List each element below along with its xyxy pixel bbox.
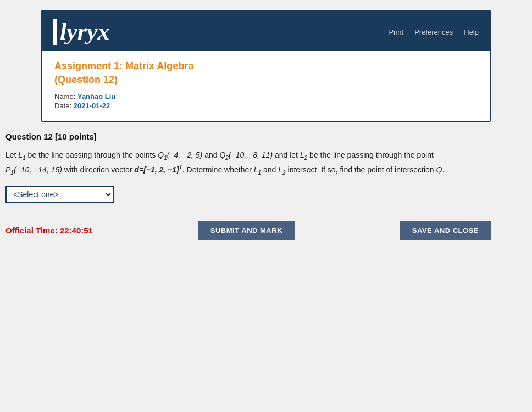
- question-text: Let L1 be the line passing through the p…: [5, 149, 491, 177]
- official-time: Official Time: 22:40:51: [5, 226, 93, 235]
- answer-select[interactable]: <Select one> The lines intersect The lin…: [5, 186, 114, 203]
- assignment-title: Assignment 1: Matrix Algebra (Question 1…: [54, 59, 478, 87]
- page-wrapper: lyryx Print Preferences Help Assignment …: [0, 10, 532, 412]
- official-time-label: Official Time:: [5, 226, 58, 235]
- official-time-value: 22:40:51: [60, 226, 93, 235]
- footer-bar: Official Time: 22:40:51 SUBMIT AND MARK …: [0, 213, 532, 240]
- logo-bar-icon: [53, 19, 57, 45]
- assignment-title-line1: Assignment 1: Matrix Algebra: [54, 60, 193, 71]
- main-content: Question 12 [10 points] Let L1 be the li…: [0, 122, 532, 202]
- print-link[interactable]: Print: [389, 28, 403, 36]
- preferences-link[interactable]: Preferences: [414, 28, 453, 36]
- l2-var: L2: [300, 151, 307, 159]
- name-line: Name: Yanhao Liu: [54, 92, 478, 101]
- name-label: Name:: [54, 92, 75, 101]
- date-line: Date: 2021-01-22: [54, 102, 478, 110]
- l1-ref: L1: [254, 165, 261, 174]
- l2-ref: L2: [278, 165, 285, 174]
- header-body: Assignment 1: Matrix Algebra (Question 1…: [42, 51, 490, 121]
- logo-area: lyryx: [53, 19, 109, 45]
- name-value: Yanhao Liu: [77, 92, 115, 101]
- logo: lyryx: [53, 19, 109, 45]
- date-value: 2021-01-22: [74, 102, 110, 110]
- date-label: Date:: [54, 102, 71, 110]
- assignment-title-line2: (Question 12): [54, 74, 118, 85]
- d-vector: d=[−1, 2, −1]T: [134, 165, 182, 174]
- nav-links: Print Preferences Help: [389, 28, 479, 36]
- question-header: Question 12 [10 points]: [5, 132, 491, 141]
- submit-and-mark-button[interactable]: SUBMIT AND MARK: [198, 221, 295, 240]
- l1-var: L1: [18, 151, 25, 159]
- q2-var: Q2(−10, −8, 11): [219, 151, 273, 159]
- p1-var: P1(−10, −14, 15): [5, 165, 62, 174]
- q1-var: Q1(−4, −2, 5): [158, 151, 202, 159]
- q-var: Q: [436, 165, 442, 174]
- save-and-close-button[interactable]: SAVE AND CLOSE: [400, 221, 491, 240]
- header-top: lyryx Print Preferences Help: [42, 11, 490, 51]
- help-link[interactable]: Help: [464, 28, 479, 36]
- header-card: lyryx Print Preferences Help Assignment …: [41, 10, 491, 122]
